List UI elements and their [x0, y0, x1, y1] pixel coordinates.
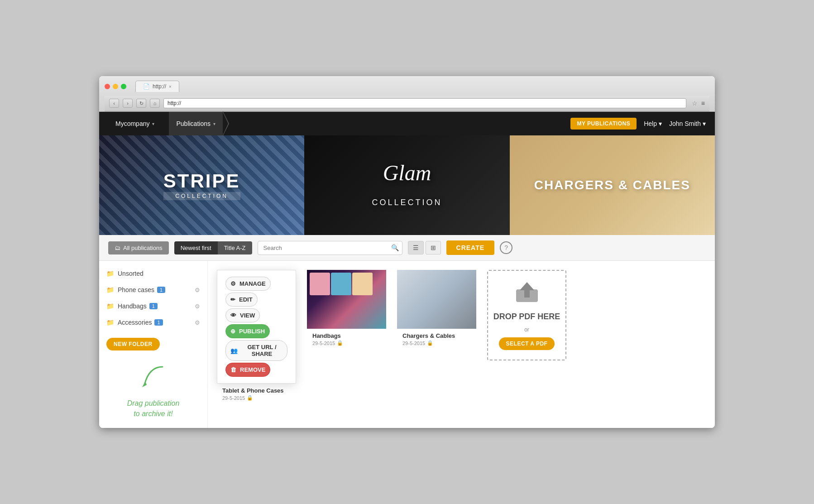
edit-icon: ✏: [230, 296, 235, 303]
hero-panel-chargers: CHARGERS & CABLES: [510, 135, 715, 235]
view-button[interactable]: 👁 VIEW: [225, 308, 260, 322]
folder-icon-handbags: 📁: [106, 302, 114, 310]
handbags-badge: 1: [149, 303, 158, 309]
sort-newest-button[interactable]: Newest first: [174, 241, 218, 254]
view-icon: 👁: [230, 312, 236, 319]
edit-label: EDIT: [239, 296, 253, 303]
phone-cases-badge: 1: [157, 287, 165, 293]
browser-controls: 📄 http:// ×: [105, 81, 709, 92]
get-url-button[interactable]: 👥 GET URL / SHARE: [225, 340, 287, 361]
breadcrumb: Mycompany ▾ Publications ▾: [108, 112, 223, 135]
folder-icon-accessories: 📁: [106, 319, 114, 326]
help-icon[interactable]: ?: [500, 241, 512, 254]
context-menu: ⚙ MANAGE ✏ EDIT 👁 VIEW ⊕: [217, 270, 296, 384]
svg-marker-0: [142, 381, 147, 387]
tab-bar: 📄 http:// ×: [135, 81, 179, 92]
publish-button[interactable]: ⊕ PUBLISH: [225, 324, 270, 338]
user-name-label: John Smith: [669, 120, 701, 127]
breadcrumb-arrow-2: ▾: [213, 121, 215, 126]
grid-view-button[interactable]: ⊞: [426, 241, 441, 254]
hero-panel-stripe: STRIPE COLLECTION: [99, 135, 304, 235]
search-icon[interactable]: 🔍: [391, 244, 399, 251]
status-icon-chargers: 🔒: [427, 340, 433, 346]
drop-or-text: or: [524, 326, 529, 333]
forward-button[interactable]: ›: [123, 99, 133, 108]
browser-toolbar: ‹ › ↻ ⌂ ☆ ≡: [105, 96, 709, 111]
hero-chargers-title: CHARGERS & CABLES: [534, 178, 690, 192]
tab-close-icon[interactable]: ×: [169, 84, 172, 89]
user-menu-button[interactable]: John Smith ▾: [669, 120, 706, 127]
sidebar-item-accessories[interactable]: 📁 Accessories 1 ⚙: [99, 314, 207, 331]
handbags-label: Handbags: [118, 302, 147, 310]
breadcrumb-publications[interactable]: Publications ▾: [169, 112, 223, 135]
navbar-right: MY PUBLICATIONS Help ▾ John Smith ▾: [570, 118, 706, 130]
pub-thumbnail-chargers: [397, 270, 476, 329]
create-button[interactable]: CREATE: [446, 240, 495, 255]
upload-icon: [514, 280, 540, 307]
annotation-area: Drag publicationto archive it!: [99, 358, 207, 423]
accessories-badge: 1: [154, 319, 163, 326]
search-container: 🔍: [258, 241, 402, 255]
sidebar-item-unsorted[interactable]: 📁 Unsorted: [99, 265, 207, 282]
phone-cases-gear-icon[interactable]: ⚙: [195, 287, 200, 293]
manage-label: MANAGE: [239, 280, 266, 287]
home-button[interactable]: ⌂: [150, 99, 160, 108]
help-dropdown-icon: ▾: [659, 120, 662, 127]
publish-icon: ⊕: [230, 328, 235, 335]
get-url-label: GET URL / SHARE: [241, 344, 283, 357]
browser-titlebar: 📄 http:// × ‹ › ↻ ⌂ ☆ ≡: [99, 76, 715, 112]
browser-menu-icon[interactable]: ≡: [701, 100, 705, 107]
sidebar: 📁 Unsorted 📁 Phone cases 1 ⚙ 📁 Handbags …: [99, 261, 208, 428]
pub-date-chargers: 29-5-2015 🔒: [402, 340, 471, 346]
drop-zone[interactable]: DROP PDF HERE or SELECT A PDF: [487, 270, 566, 360]
breadcrumb-mycompany[interactable]: Mycompany ▾: [108, 112, 162, 135]
sidebar-item-handbags[interactable]: 📁 Handbags 1 ⚙: [99, 298, 207, 314]
edit-button[interactable]: ✏ EDIT: [225, 293, 258, 307]
help-button[interactable]: Help ▾: [644, 120, 662, 127]
address-bar[interactable]: [163, 98, 686, 108]
publication-card-chargers[interactable]: Chargers & Cables 29-5-2015 🔒: [397, 270, 476, 404]
remove-icon: 🗑: [230, 366, 236, 373]
drag-annotation-text: Drag publicationto archive it!: [99, 398, 207, 419]
publication-card-phone-cases[interactable]: ⚙ MANAGE ✏ EDIT 👁 VIEW ⊕: [217, 270, 296, 404]
sort-az-button[interactable]: Title A-Z: [218, 241, 252, 254]
sidebar-item-phone-cases[interactable]: 📁 Phone cases 1 ⚙: [99, 282, 207, 298]
tab-title: http://: [153, 83, 166, 90]
manage-button[interactable]: ⚙ MANAGE: [225, 277, 271, 291]
maximize-traffic-light[interactable]: [121, 84, 126, 89]
share-icon: 👥: [230, 347, 238, 354]
handbags-gear-icon[interactable]: ⚙: [195, 303, 200, 310]
accessories-gear-icon[interactable]: ⚙: [195, 319, 200, 326]
app-navbar: Mycompany ▾ Publications ▾ MY PUBLICATIO…: [99, 112, 715, 135]
publication-card-handbags[interactable]: Handbags 29-5-2015 🔒: [307, 270, 386, 404]
hero-stripe-title: STRIPE: [163, 170, 240, 192]
new-folder-button[interactable]: NEW FOLDER: [106, 338, 160, 350]
my-publications-button[interactable]: MY PUBLICATIONS: [570, 118, 637, 130]
pub-date-phone-cases: 29-5-2015 🔒: [222, 395, 291, 401]
phone-cases-label: Phone cases: [118, 286, 154, 293]
close-traffic-light[interactable]: [105, 84, 110, 89]
list-view-button[interactable]: ☰: [408, 241, 424, 254]
all-publications-button[interactable]: 🗂 All publications: [108, 241, 169, 254]
pub-info-phone-cases: Tablet & Phone Cases 29-5-2015 🔒: [217, 384, 296, 404]
refresh-button[interactable]: ↻: [136, 99, 146, 108]
search-input[interactable]: [258, 241, 402, 255]
filter-bar: 🗂 All publications Newest first Title A-…: [99, 235, 715, 261]
help-label: Help: [644, 120, 657, 127]
pub-title-handbags: Handbags: [312, 332, 381, 339]
hero-panel-glam: Glam COLLECTION: [304, 135, 509, 235]
breadcrumb-mycompany-label: Mycompany: [115, 120, 149, 127]
hero-banner: STRIPE COLLECTION Glam COLLECTION CHARGE…: [99, 135, 715, 235]
hero-stripe-sub: COLLECTION: [163, 192, 240, 200]
browser-tab[interactable]: 📄 http:// ×: [135, 81, 179, 92]
minimize-traffic-light[interactable]: [113, 84, 118, 89]
view-toggle: ☰ ⊞: [408, 241, 441, 254]
bookmark-icon[interactable]: ☆: [692, 100, 698, 107]
user-dropdown-icon: ▾: [703, 120, 706, 127]
tab-icon: 📄: [143, 83, 150, 90]
remove-button[interactable]: 🗑 REMOVE: [225, 363, 270, 377]
hero-glam-title: Glam COLLECTION: [372, 160, 442, 210]
hero-glam-sub: COLLECTION: [372, 198, 442, 207]
back-button[interactable]: ‹: [109, 99, 119, 108]
select-pdf-button[interactable]: SELECT A PDF: [499, 337, 555, 350]
